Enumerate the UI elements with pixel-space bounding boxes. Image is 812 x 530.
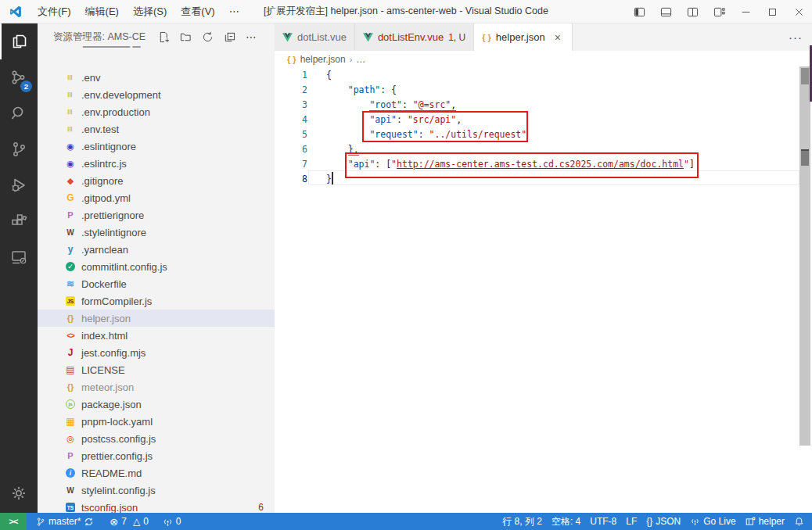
file-row-.eslintrc.js[interactable]: ◉.eslintrc.js [38, 155, 275, 172]
customize-layout-icon[interactable] [706, 0, 732, 23]
cursor-position-item[interactable]: 行 8, 列 2 [498, 513, 547, 530]
code-line-2[interactable]: 2 "path": { [275, 83, 812, 98]
file-row-.env[interactable]: ≡.env [38, 69, 275, 86]
file-row-.prettierignore[interactable]: P.prettierignore [38, 206, 275, 224]
git-branch-item[interactable]: master* [31, 513, 99, 530]
menu-item-3[interactable]: 查看(V) [174, 3, 221, 20]
close-button[interactable] [785, 0, 812, 23]
file-row-index.html[interactable]: <>index.html [38, 327, 275, 344]
breadcrumb-more[interactable]: … [356, 54, 365, 65]
extensions-icon[interactable] [0, 203, 38, 239]
file-row-pnpm-lock.yaml[interactable]: ▦pnpm-lock.yaml [38, 413, 275, 430]
breadcrumb-separator: › [350, 55, 353, 64]
menu-item-1[interactable]: 编辑(E) [78, 3, 126, 20]
editor-scrollbar[interactable] [799, 66, 810, 446]
file-row-prettier.config.js[interactable]: Pprettier.config.js [38, 447, 275, 464]
notifications-item[interactable] [789, 513, 812, 530]
tab-close-icon[interactable]: × [552, 31, 564, 44]
file-row-.stylelintignore[interactable]: W.stylelintignore [38, 224, 275, 241]
go-live-item[interactable]: Go Live [685, 513, 740, 530]
toggle-sidebar-icon[interactable] [626, 0, 652, 23]
tab-dotListEnv.vue[interactable]: dotListEnv.vue1, U [355, 23, 474, 51]
collapse-folders-icon[interactable] [222, 30, 236, 44]
file-row-.env.development[interactable]: ≡.env.development [38, 86, 275, 103]
editor-group: dotList.vuedotListEnv.vue1, U{ }helper.j… [275, 23, 812, 513]
refresh-icon[interactable] [200, 30, 214, 44]
file-row-.env.test[interactable]: ≡.env.test [38, 120, 275, 138]
menu-item-2[interactable]: 选择(S) [126, 3, 174, 20]
code-line-1[interactable]: 1{ [275, 68, 812, 83]
remote-explorer-icon[interactable] [0, 239, 38, 275]
code-line-6[interactable]: 6 }, [275, 142, 812, 157]
run-debug-icon[interactable] [0, 167, 38, 203]
file-row-README.md[interactable]: iREADME.md [38, 464, 275, 482]
file-row-.gitpod.yml[interactable]: G.gitpod.yml [38, 189, 275, 206]
file-row-.env.production[interactable]: ≡.env.production [38, 103, 275, 120]
code-area[interactable]: 1{2 "path": {3 "root": "@=src",4 "api": … [275, 68, 812, 513]
graph-icon[interactable]: 2 [0, 59, 38, 95]
file-name: meteor.json [81, 381, 134, 393]
helper-item[interactable]: helper [741, 513, 789, 530]
file-row-postcss.config.js[interactable]: ◎postcss.config.js [38, 430, 275, 447]
vue-file-icon [363, 33, 373, 42]
file-name: .eslintignore [81, 141, 136, 152]
file-row-.eslintignore[interactable]: ◉.eslintignore [38, 138, 275, 155]
file-row-stylelint.config.js[interactable]: Wstylelint.config.js [38, 482, 275, 499]
editor-more-actions-icon[interactable]: ··· [789, 23, 812, 51]
file-row-jest.config.mjs[interactable]: Jjest.config.mjs [38, 344, 275, 361]
tab-dotList.vue[interactable]: dotList.vue [275, 23, 355, 51]
breadcrumb-file[interactable]: helper.json [300, 54, 346, 65]
json-file-icon: { } [287, 55, 296, 64]
file-row-package.json[interactable]: jspackage.json [38, 396, 275, 413]
split-editor-icon[interactable] [679, 0, 706, 23]
code-line-4[interactable]: 4 "api": "src/api", [275, 113, 812, 127]
code-line-7[interactable]: 7 "api": ["http://ams-center.ams-test.cd… [275, 157, 812, 172]
file-name: helper.json [81, 313, 131, 324]
file-row-.yarnclean[interactable]: y.yarnclean [38, 241, 275, 258]
npm-file-icon: js [64, 398, 77, 410]
file-row-tsconfig.json[interactable]: TStsconfig.json6 [38, 499, 275, 513]
tab-helper.json[interactable]: { }helper.json× [474, 23, 573, 51]
menu-item-0[interactable]: 文件(F) [31, 3, 78, 20]
line-content: } [307, 172, 332, 187]
file-row-meteor.json[interactable]: {}meteor.json [38, 378, 275, 396]
remote-indicator[interactable]: >< [0, 513, 27, 530]
new-file-icon[interactable] [156, 30, 171, 44]
eol-item[interactable]: LF [621, 513, 641, 530]
file-row-LICENSE[interactable]: ▤LICENSE [38, 361, 275, 378]
indentation-item[interactable]: 空格: 4 [547, 513, 585, 530]
problems-item[interactable]: ⊗ 7 △ 0 [105, 513, 153, 530]
file-row-.gitignore[interactable]: ◆.gitignore [38, 172, 275, 189]
code-line-8[interactable]: 8} [275, 172, 812, 187]
explorer-sidebar: 资源管理器: AMS-CENTER-... ⋯ ▔▔▔▔▔▔ ▔ ≡.env≡.… [38, 23, 275, 513]
search-icon[interactable] [0, 95, 38, 131]
source-control-icon[interactable] [0, 131, 38, 167]
gitpod-file-icon: G [64, 192, 77, 204]
minimize-button[interactable] [732, 0, 759, 23]
ports-item[interactable]: 0 [158, 513, 186, 530]
files-icon[interactable] [0, 23, 38, 59]
ts-file-icon: TS [64, 501, 77, 513]
new-folder-icon[interactable] [178, 30, 192, 44]
maximize-button[interactable] [759, 0, 785, 23]
scrollbar-decoration [801, 149, 809, 166]
encoding-item[interactable]: UTF-8 [585, 513, 621, 530]
docker-file-icon: ≋ [64, 278, 77, 290]
code-line-3[interactable]: 3 "root": "@=src", [275, 98, 812, 113]
line-number: 2 [275, 83, 307, 98]
file-name: commitlint.config.js [81, 261, 167, 273]
file-row-formCompiler.js[interactable]: JSformCompiler.js [38, 292, 275, 310]
file-row-helper.json[interactable]: {}helper.json [38, 310, 275, 327]
problems-badge: 6 [258, 502, 264, 513]
code-line-5[interactable]: 5 "request": "../utils/request" [275, 127, 812, 142]
settings-gear-icon[interactable] [0, 475, 38, 511]
file-row-commitlint.config.js[interactable]: ✓commitlint.config.js [38, 258, 275, 275]
file-name: .gitpod.yml [81, 192, 131, 204]
scrollbar-thumb[interactable] [801, 68, 809, 84]
more-actions-icon[interactable]: ⋯ [244, 30, 258, 44]
breadcrumb[interactable]: { } helper.json › … [275, 51, 812, 68]
stylelint-file-icon: W [64, 226, 77, 238]
toggle-panel-icon[interactable] [652, 0, 679, 23]
file-row-Dockerfile[interactable]: ≋Dockerfile [38, 275, 275, 292]
language-mode-item[interactable]: {} JSON [641, 513, 685, 530]
